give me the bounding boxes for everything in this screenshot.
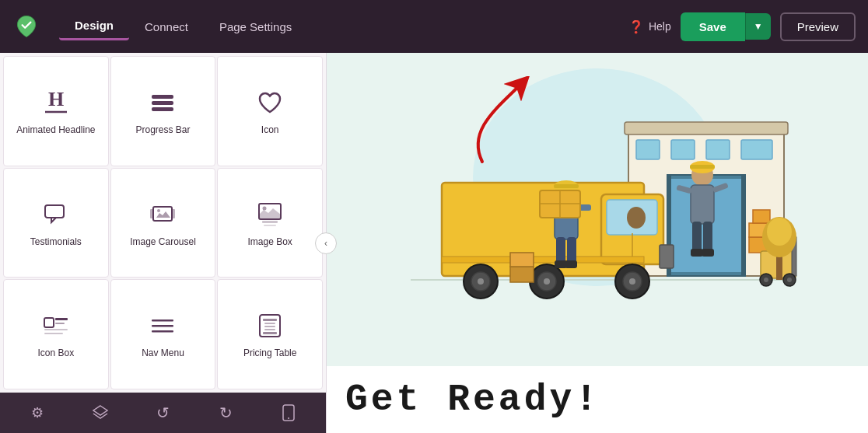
widget-progress-bar-label: Progress Bar (135, 124, 190, 137)
widget-animated-headline[interactable]: H Animated Headline (3, 56, 109, 166)
svg-rect-38 (636, 140, 660, 159)
image-box-icon (256, 201, 284, 229)
nav-right: ❓ Help Save ▼ Preview (628, 12, 856, 41)
svg-rect-44 (753, 210, 770, 223)
nav-menu-icon (149, 312, 177, 340)
svg-rect-12 (262, 221, 278, 223)
nav-tab-page-settings[interactable]: Page Settings (204, 14, 307, 40)
nav-tab-connect[interactable]: Connect (129, 14, 204, 40)
svg-rect-24 (264, 323, 275, 324)
svg-rect-77 (556, 237, 565, 264)
icon-box-icon (42, 312, 70, 340)
svg-rect-25 (264, 326, 275, 327)
settings-tool[interactable]: ⚙ (23, 399, 51, 427)
svg-rect-58 (660, 245, 674, 268)
svg-rect-19 (152, 320, 173, 322)
widget-progress-bar[interactable]: Progress Bar (110, 56, 216, 166)
widget-testimonials[interactable]: Testimonials (3, 168, 109, 278)
svg-rect-37 (741, 175, 745, 276)
save-button[interactable]: Save (681, 12, 745, 41)
svg-rect-88 (703, 222, 712, 253)
svg-rect-5 (45, 205, 64, 218)
svg-rect-23 (263, 319, 277, 321)
illustration-area (327, 53, 868, 366)
history-redo-tool[interactable]: ↻ (212, 399, 240, 427)
svg-point-50 (764, 278, 768, 282)
svg-rect-39 (671, 140, 695, 159)
svg-rect-89 (691, 249, 703, 257)
svg-point-64 (544, 278, 550, 285)
widget-image-carousel[interactable]: Image Carousel (110, 168, 216, 278)
svg-point-55 (627, 207, 646, 229)
widget-icon-box-label: Icon Box (37, 347, 74, 360)
svg-rect-70 (554, 184, 579, 188)
widget-testimonials-label: Testimonials (30, 236, 82, 249)
sidebar-bottom-toolbar: ⚙ ↺ ↻ (0, 393, 326, 433)
svg-rect-87 (692, 222, 702, 253)
svg-rect-21 (152, 330, 173, 333)
widget-image-box-label: Image Box (247, 236, 292, 249)
svg-rect-84 (691, 185, 714, 224)
svg-rect-80 (565, 260, 577, 268)
svg-rect-15 (55, 318, 68, 320)
nav-tab-design[interactable]: Design (59, 12, 129, 40)
svg-rect-2 (152, 95, 173, 99)
help-button[interactable]: ❓ Help (628, 19, 671, 34)
svg-rect-6 (153, 207, 172, 221)
svg-point-30 (288, 417, 289, 419)
svg-rect-18 (44, 333, 63, 334)
svg-rect-8 (172, 209, 175, 218)
save-button-group: Save ▼ (681, 12, 771, 41)
svg-rect-27 (263, 332, 277, 334)
content-area: Get Ready! (327, 53, 868, 433)
history-undo-tool[interactable]: ↺ (149, 399, 177, 427)
help-circle-icon: ❓ (628, 19, 644, 34)
svg-point-9 (157, 209, 160, 212)
svg-point-67 (629, 278, 635, 285)
save-dropdown-button[interactable]: ▼ (745, 13, 771, 40)
image-carousel-icon (149, 201, 177, 229)
svg-point-51 (787, 278, 792, 282)
widget-image-carousel-label: Image Carousel (130, 236, 196, 249)
widget-image-box[interactable]: Image Box (217, 168, 323, 278)
svg-rect-14 (44, 318, 54, 327)
svg-rect-83 (690, 165, 715, 169)
svg-rect-94 (510, 267, 534, 282)
svg-point-11 (263, 206, 267, 210)
widget-icon-box[interactable]: Icon Box (3, 279, 109, 389)
svg-marker-28 (93, 406, 107, 415)
widget-icon[interactable]: Icon (217, 56, 323, 166)
svg-rect-33 (625, 122, 788, 134)
sidebar: H Animated Headline Progress Bar (0, 53, 327, 433)
progress-bar-icon (149, 89, 177, 117)
svg-rect-20 (152, 325, 173, 327)
pricing-table-icon (256, 312, 284, 340)
widget-grid: H Animated Headline Progress Bar (0, 53, 326, 393)
layers-tool[interactable] (86, 399, 114, 427)
svg-rect-4 (152, 107, 173, 111)
mobile-preview-tool[interactable] (275, 399, 303, 427)
top-navigation: Design Connect Page Settings ❓ Help Save… (0, 0, 868, 53)
widget-icon-label: Icon (261, 124, 279, 137)
svg-rect-3 (152, 101, 173, 105)
main-layout: H Animated Headline Progress Bar (0, 53, 868, 433)
widget-animated-headline-label: Animated Headline (16, 124, 95, 137)
logo-area (12, 12, 40, 40)
svg-rect-40 (706, 140, 730, 159)
nav-links: Design Connect Page Settings (59, 12, 628, 40)
svg-rect-95 (510, 253, 534, 267)
svg-rect-41 (741, 140, 772, 159)
animated-headline-icon: H (42, 89, 70, 117)
svg-rect-16 (55, 323, 65, 324)
svg-rect-7 (150, 209, 153, 218)
preview-button[interactable]: Preview (780, 12, 856, 41)
main-illustration (395, 74, 800, 323)
icon-widget-icon (256, 89, 284, 117)
svg-rect-57 (442, 257, 644, 263)
widget-pricing-table[interactable]: Pricing Table (217, 279, 323, 389)
svg-rect-13 (264, 225, 276, 226)
sidebar-collapse-handle[interactable]: ‹ (315, 232, 337, 254)
logo-icon (12, 12, 40, 40)
widget-nav-menu[interactable]: Nav Menu (110, 279, 216, 389)
svg-rect-26 (264, 329, 275, 330)
